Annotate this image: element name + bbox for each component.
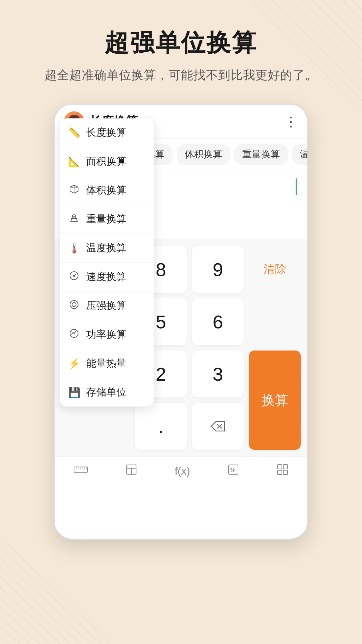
speed-icon: [68, 271, 80, 283]
nav-calculator[interactable]: [125, 464, 137, 480]
nav-percent-icon: %: [227, 464, 239, 479]
page-title: 超强单位换算: [105, 27, 257, 59]
svg-line-14: [0, 567, 80, 644]
tab-weight[interactable]: 重量换算: [234, 144, 288, 165]
dropdown-item-weight[interactable]: kg 重量换算: [60, 205, 154, 234]
nav-more-icon: [277, 464, 289, 479]
nav-ruler[interactable]: [73, 464, 88, 480]
nav-percent[interactable]: %: [227, 464, 239, 480]
nav-formula[interactable]: f(x): [175, 465, 190, 479]
nav-formula-icon: f(x): [175, 465, 190, 477]
ruler-icon: 📏: [68, 127, 80, 139]
phone-mockup: 👧 长度换算 ⋮ 长度换算 面积换算 体积换算 重量换算: [54, 104, 308, 540]
svg-text:%: %: [230, 466, 236, 474]
btn-backspace[interactable]: [192, 403, 244, 450]
dropdown-menu: 📏 长度换算 📐 面积换算: [60, 118, 154, 407]
svg-line-12: [0, 547, 101, 644]
svg-line-21: [0, 637, 10, 644]
dropdown-item-volume[interactable]: 体积换算: [60, 176, 154, 205]
svg-point-29: [73, 275, 75, 276]
bottom-nav: f(x) %: [55, 457, 307, 487]
svg-line-16: [0, 587, 60, 644]
pressure-icon: [68, 300, 80, 312]
nav-ruler-icon: [73, 464, 88, 479]
calc-grid: 8 9 清除 5 6 2 3 换算: [135, 246, 301, 450]
page-subtitle: 超全超准确单位换算，可能找不到比我更好的了。: [45, 67, 317, 84]
svg-rect-50: [278, 470, 282, 475]
dropdown-item-power[interactable]: 功率换算: [60, 320, 154, 349]
btn-3[interactable]: 3: [192, 351, 244, 397]
svg-line-15: [0, 577, 70, 644]
btn-9[interactable]: 9: [192, 246, 244, 293]
svg-line-17: [0, 597, 50, 644]
calculator-area: 📏 长度换算 📐 面积换算: [55, 239, 307, 457]
svg-text:kg: kg: [73, 215, 76, 218]
power-icon: [68, 328, 80, 341]
dropdown-item-temp[interactable]: 🌡️ 温度换算: [60, 234, 154, 263]
area-icon: 📐: [68, 156, 80, 167]
storage-icon: 💾: [68, 386, 80, 398]
svg-line-11: [0, 537, 111, 644]
thermometer-icon: 🌡️: [68, 242, 80, 254]
btn-clear[interactable]: 清除: [249, 246, 301, 293]
nav-calc-icon: [125, 464, 137, 479]
dropdown-item-area[interactable]: 📐 面积换算: [60, 147, 154, 176]
btn-dot[interactable]: .: [135, 403, 187, 450]
menu-button[interactable]: ⋮: [284, 114, 298, 129]
box-icon: [68, 184, 80, 197]
energy-icon: ⚡: [68, 358, 80, 369]
dropdown-item-energy[interactable]: ⚡ 能量热量: [60, 349, 154, 378]
tab-volume[interactable]: 体积换算: [177, 144, 230, 165]
svg-rect-51: [283, 470, 288, 475]
svg-line-20: [0, 627, 20, 644]
svg-line-19: [0, 617, 30, 644]
dropdown-item-storage[interactable]: 💾 存储单位: [60, 378, 154, 407]
weight-icon: kg: [68, 213, 80, 225]
btn-6[interactable]: 6: [192, 298, 244, 345]
dropdown-item-length[interactable]: 📏 长度换算: [60, 118, 154, 147]
nav-more[interactable]: [277, 464, 289, 480]
tab-temp[interactable]: 温度: [292, 144, 307, 165]
dropdown-item-speed[interactable]: 速度换算: [60, 263, 154, 291]
input-cursor: [296, 178, 297, 195]
dropdown-item-pressure[interactable]: 压强换算: [60, 291, 154, 320]
svg-rect-48: [278, 465, 282, 469]
svg-point-31: [72, 303, 76, 307]
svg-line-13: [0, 557, 90, 644]
svg-line-18: [0, 607, 40, 644]
btn-convert[interactable]: 换算: [249, 351, 301, 450]
svg-rect-49: [283, 465, 288, 469]
